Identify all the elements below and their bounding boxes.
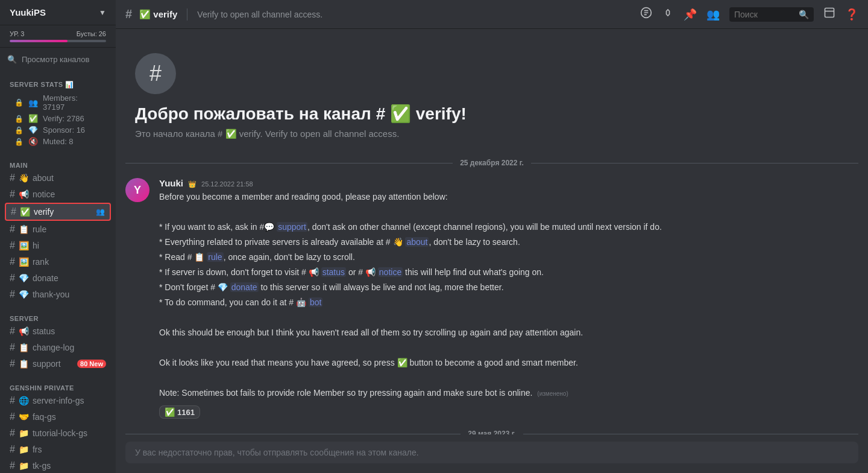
server-header[interactable]: YuukiPS ▼ xyxy=(0,0,116,25)
section-genshin-private: GENSHIN PRIVATE # 🌐 server-info-gs # 🤝 f… xyxy=(0,375,116,473)
section-server: SERVER # 📢 status # 📋 change-log # 📋 sup… xyxy=(0,305,116,375)
channel-hi[interactable]: # 🖼️ hi xyxy=(5,238,111,253)
date-divider-may2023: 29 мая 2023 г. xyxy=(125,430,858,434)
channel-rank[interactable]: # 🖼️ rank xyxy=(5,254,111,270)
mention-donate[interactable]: donate xyxy=(230,282,259,292)
channel-verify-name: verify xyxy=(34,207,54,217)
pin-icon[interactable]: 📌 xyxy=(684,8,697,21)
search-box[interactable]: 🔍 xyxy=(729,7,814,22)
channel-hi-emoji: 🖼️ xyxy=(19,241,29,250)
topbar-channel-name: ✅ verify xyxy=(139,9,177,20)
channel-welcome-icon: # xyxy=(135,53,176,94)
boost-level: УР. 3 xyxy=(10,30,24,37)
help-icon[interactable]: ❓ xyxy=(845,8,858,21)
search-icon: 🔍 xyxy=(799,10,809,19)
support-badge: 80 New xyxy=(77,360,106,368)
date-label-dec2022: 25 декабря 2022 г. xyxy=(453,159,531,167)
channel-donate-emoji: 💎 xyxy=(19,273,29,283)
channel-status-name: status xyxy=(33,326,55,336)
section-label-server-stats: SERVER STATS 📊 xyxy=(5,81,111,89)
message-1-timestamp: 25.12.2022 21:58 xyxy=(201,180,253,188)
channel-server-info-gs-name: server-info-gs xyxy=(33,396,84,405)
chevron-down-icon: ▼ xyxy=(99,8,106,17)
channel-rule-name: rule xyxy=(33,224,46,234)
hash-icon: # xyxy=(10,289,15,300)
channel-status[interactable]: # 📢 status xyxy=(5,323,111,339)
channel-welcome-title: Добро пожаловать на канал # ✅ verify! xyxy=(135,104,849,124)
section-main: MAIN # 👋 about # 📢 notice # ✅ verify 👥 #… xyxy=(0,152,116,305)
inbox-icon[interactable] xyxy=(823,7,835,22)
section-label-genshin-private: GENSHIN PRIVATE xyxy=(5,384,111,392)
channel-notice[interactable]: # 📢 notice xyxy=(5,186,111,202)
stat-verify-label: Verify: 2786 xyxy=(43,114,84,123)
lock-icon: 🔒 xyxy=(14,115,24,123)
channel-rank-emoji: 🖼️ xyxy=(19,257,29,267)
channel-rank-name: rank xyxy=(33,257,49,267)
hash-icon: # xyxy=(10,224,15,235)
stat-members: 🔒 👥 Members: 37197 xyxy=(10,92,106,113)
stat-muted: 🔒 🔇 Muted: 8 xyxy=(10,136,106,147)
hash-icon: # xyxy=(10,358,15,369)
hash-icon: # xyxy=(10,395,15,406)
input-placeholder: У вас недостаточно прав, чтобы отправлят… xyxy=(135,448,419,457)
channel-verify[interactable]: # ✅ verify 👥 xyxy=(5,203,111,221)
section-label-server: SERVER xyxy=(5,315,111,322)
channel-frs[interactable]: # 📁 frs xyxy=(5,442,111,457)
mute-icon[interactable] xyxy=(662,7,674,22)
channel-faq-gs[interactable]: # 🤝 faq-gs xyxy=(5,409,111,425)
hash-icon: # xyxy=(10,342,15,353)
channel-about-name: about xyxy=(33,173,54,183)
stat-sponsor-label: Sponsor: 16 xyxy=(43,125,85,135)
mention-bot[interactable]: bot xyxy=(309,297,322,307)
channel-thank-you-emoji: 💎 xyxy=(19,290,29,299)
messages-area[interactable]: # Добро пожаловать на канал # ✅ verify! … xyxy=(116,29,868,434)
search-input[interactable] xyxy=(734,10,795,19)
channel-welcome: # Добро пожаловать на канал # ✅ verify! … xyxy=(125,39,858,149)
threads-icon[interactable] xyxy=(640,7,652,22)
sidebar: YuukiPS ▼ УР. 3 Бусты: 26 🔍 Просмотр кан… xyxy=(0,0,116,473)
mention-rule[interactable]: rule xyxy=(207,252,223,262)
reaction-count: 1161 xyxy=(177,408,195,417)
channel-notice-name: notice xyxy=(33,189,55,199)
channel-thank-you[interactable]: # 💎 thank-you xyxy=(5,287,111,302)
message-1-author: Yuuki xyxy=(159,178,183,188)
stats-list: 🔒 👥 Members: 37197 🔒 ✅ Verify: 2786 🔒 💎 … xyxy=(5,90,111,150)
channel-tutorial-lock-gs[interactable]: # 📁 tutorial-lock-gs xyxy=(5,425,111,441)
channel-about[interactable]: # 👋 about xyxy=(5,170,111,186)
notify-icon: 👥 xyxy=(96,208,105,216)
mention-about[interactable]: about xyxy=(405,237,429,247)
date-label-may2023: 29 мая 2023 г. xyxy=(461,430,523,434)
stat-verify: 🔒 ✅ Verify: 2786 xyxy=(10,113,106,124)
reaction-checkmark[interactable]: ✅ 1161 xyxy=(159,405,200,419)
channel-tk-gs-name: tk-gs xyxy=(33,461,51,471)
channel-support[interactable]: # 📋 support 80 New xyxy=(5,356,111,372)
svg-rect-2 xyxy=(825,8,834,17)
stat-sponsor-icon: 💎 xyxy=(28,125,38,135)
message-1: Y Yuuki 👑 25.12.2022 21:58 Before you be… xyxy=(125,177,858,420)
browse-channels[interactable]: 🔍 Просмотр каналов xyxy=(0,50,116,69)
stat-muted-icon: 🔇 xyxy=(28,137,38,146)
lock-icon: 🔒 xyxy=(14,126,24,135)
reaction-emoji: ✅ xyxy=(165,407,175,417)
mention-support[interactable]: support xyxy=(277,222,307,232)
topbar: # ✅ verify Verify to open all channel ac… xyxy=(116,0,868,29)
stat-muted-label: Muted: 8 xyxy=(43,137,74,146)
hash-icon: # xyxy=(10,173,15,183)
channel-change-log[interactable]: # 📋 change-log xyxy=(5,340,111,355)
message-1-header: Yuuki 👑 25.12.2022 21:58 xyxy=(159,178,858,188)
section-server-stats: SERVER STATS 📊 🔒 👥 Members: 37197 🔒 ✅ Ve… xyxy=(0,71,116,152)
message-1-content: Yuuki 👑 25.12.2022 21:58 Before you beco… xyxy=(159,178,858,419)
channel-faq-gs-emoji: 🤝 xyxy=(19,412,29,422)
mention-notice[interactable]: notice xyxy=(378,267,403,277)
mention-status[interactable]: status xyxy=(321,267,346,277)
channel-donate[interactable]: # 💎 donate xyxy=(5,270,111,286)
hash-icon: # xyxy=(10,240,15,251)
channel-server-info-gs[interactable]: # 🌐 server-info-gs xyxy=(5,393,111,408)
members-icon[interactable]: 👥 xyxy=(706,8,720,21)
channel-rule[interactable]: # 📋 rule xyxy=(5,221,111,237)
message-1-badge: 👑 xyxy=(188,180,197,188)
lock-icon: 🔒 xyxy=(14,98,24,107)
channel-tk-gs[interactable]: # 📁 tk-gs xyxy=(5,458,111,473)
hash-icon: # xyxy=(10,444,15,455)
hash-icon: # xyxy=(10,273,15,284)
